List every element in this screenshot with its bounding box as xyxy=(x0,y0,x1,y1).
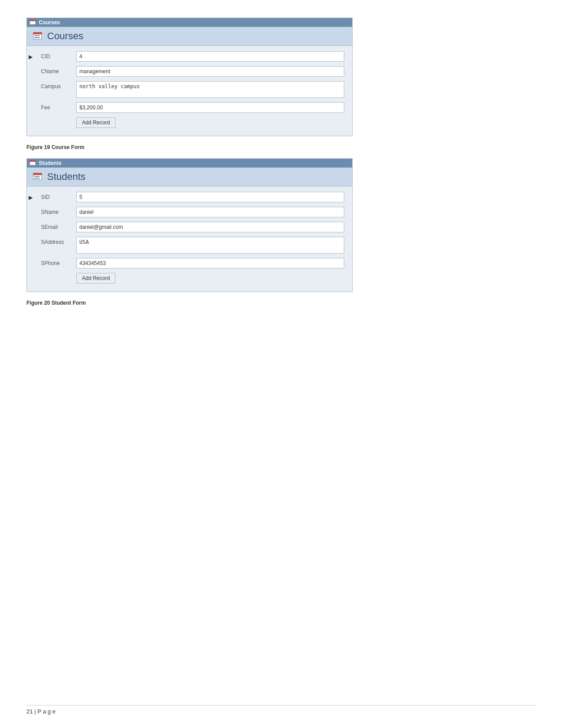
students-sphone-label: SPhone xyxy=(41,258,76,266)
courses-cid-row: CID xyxy=(41,51,344,62)
courses-form-content: CID CName Campus north valley campus Fee xyxy=(37,46,352,136)
courses-header-icon xyxy=(33,32,43,40)
courses-fee-row: Fee xyxy=(41,102,344,113)
courses-cid-input[interactable] xyxy=(76,51,344,62)
courses-titlebar: Courses xyxy=(27,18,352,27)
students-header-title: Students xyxy=(47,171,86,183)
courses-add-record-button[interactable]: Add Record xyxy=(76,117,115,128)
courses-cname-input[interactable] xyxy=(76,66,344,77)
courses-fee-input[interactable] xyxy=(76,102,344,113)
courses-cname-row: CName xyxy=(41,66,344,77)
courses-header: Courses xyxy=(27,27,352,46)
students-nav-arrow: ▶ xyxy=(27,187,37,291)
students-sname-row: SName xyxy=(41,207,344,217)
students-sid-row: SID xyxy=(41,192,344,202)
students-saddress-row: SAddress USA xyxy=(41,237,344,254)
students-sname-input[interactable] xyxy=(76,207,344,217)
courses-header-title: Courses xyxy=(47,30,83,42)
students-titlebar: Students xyxy=(27,159,352,168)
courses-fee-label: Fee xyxy=(41,102,76,111)
figure19-caption: Figure 19 Course Form xyxy=(26,144,536,150)
courses-titlebar-label: Courses xyxy=(39,19,60,26)
students-titlebar-icon xyxy=(30,160,37,166)
students-saddress-label: SAddress xyxy=(41,237,76,245)
courses-cname-label: CName xyxy=(41,66,76,75)
students-form-body: ▶ SID SName SEmail SAddress USA xyxy=(27,187,352,291)
students-sphone-row: SPhone xyxy=(41,258,344,269)
students-header: Students xyxy=(27,168,352,187)
students-btn-row: Add Record xyxy=(41,273,344,284)
students-header-icon xyxy=(33,173,43,181)
students-form-window: Students Students ▶ SID SName xyxy=(26,158,353,292)
courses-form-window: Courses Courses ▶ CID CName xyxy=(26,18,353,136)
courses-campus-input[interactable]: north valley campus xyxy=(76,81,344,98)
students-semail-label: SEmail xyxy=(41,222,76,230)
students-semail-row: SEmail xyxy=(41,222,344,232)
courses-titlebar-icon xyxy=(30,19,37,26)
students-titlebar-label: Students xyxy=(39,160,61,166)
courses-form-body: ▶ CID CName Campus north valley campus F… xyxy=(27,46,352,136)
students-sid-label: SID xyxy=(41,192,76,200)
students-saddress-input[interactable]: USA xyxy=(76,237,344,254)
students-add-record-button[interactable]: Add Record xyxy=(76,273,115,284)
students-form-content: SID SName SEmail SAddress USA SPhone xyxy=(37,187,352,291)
courses-cid-label: CID xyxy=(41,51,76,60)
courses-campus-row: Campus north valley campus xyxy=(41,81,344,98)
courses-btn-row: Add Record xyxy=(41,117,344,128)
courses-nav-arrow: ▶ xyxy=(27,46,37,136)
students-sname-label: SName xyxy=(41,207,76,215)
courses-campus-label: Campus xyxy=(41,81,76,90)
students-semail-input[interactable] xyxy=(76,222,344,232)
students-sphone-input[interactable] xyxy=(76,258,344,269)
students-sid-input[interactable] xyxy=(76,192,344,202)
figure20-caption: Figure 20 Student Form xyxy=(26,300,536,306)
